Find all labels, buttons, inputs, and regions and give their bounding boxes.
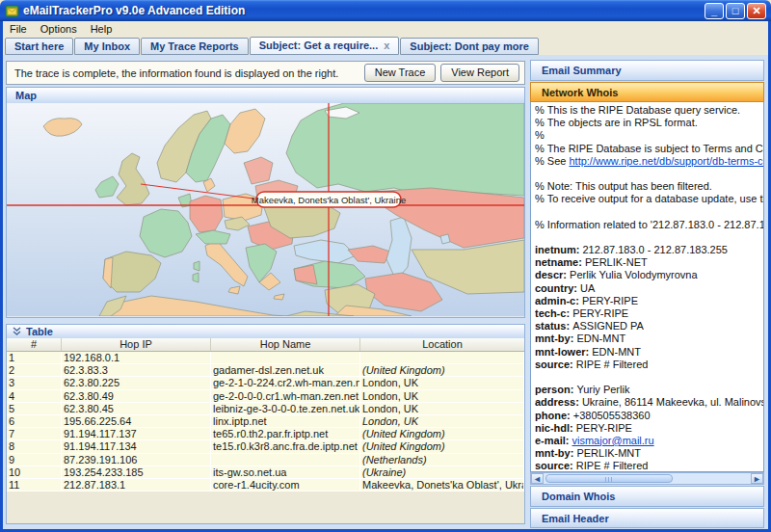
column-header-hop-name[interactable]: Hop Name bbox=[211, 338, 360, 351]
column-header-location[interactable]: Location bbox=[360, 338, 524, 351]
menu-item-help[interactable]: Help bbox=[84, 22, 120, 36]
scroll-thumb[interactable] bbox=[545, 474, 673, 483]
table-cell: 11 bbox=[7, 479, 62, 491]
trace-status-text: The trace is complete, the information f… bbox=[7, 67, 364, 79]
table-row[interactable]: 562.3.80.45leibniz-ge-3-0-0-0.te.zen.net… bbox=[7, 403, 524, 415]
whois-line: mnt-by: EDN-MNT bbox=[535, 332, 763, 345]
whois-line: admin-c: PERY-RIPE bbox=[535, 295, 763, 307]
table-cell: Makeevka, Donets'ka Oblast', Ukraine bbox=[360, 479, 524, 491]
whois-line: nic-hdl: PERY-RIPE bbox=[535, 422, 763, 435]
whois-line: mnt-by: PERLIK-MNT bbox=[535, 447, 763, 460]
table-row[interactable]: 1192.168.0.1 bbox=[7, 352, 524, 364]
tab-2[interactable]: My Trace Reports bbox=[141, 38, 249, 55]
table-row[interactable]: 11212.87.183.1core-r1.4ucity.comMakeevka… bbox=[7, 479, 524, 492]
scroll-left-arrow[interactable]: ◄ bbox=[531, 473, 544, 484]
menu-bar: FileOptionsHelp bbox=[3, 21, 768, 36]
table-cell: London, UK bbox=[360, 403, 524, 414]
section-label: Email Header bbox=[542, 513, 609, 524]
scroll-right-arrow[interactable]: ► bbox=[751, 473, 763, 484]
section-email-summary[interactable]: Email Summary bbox=[530, 60, 764, 81]
table-cell: (United Kingdom) bbox=[360, 364, 524, 376]
section-email-header[interactable]: Email Header bbox=[530, 508, 764, 528]
tab-4[interactable]: Subject: Dont pay more bbox=[400, 38, 538, 55]
hop-table-header-row: # Hop IP Hop Name Location bbox=[7, 338, 524, 352]
minimize-button[interactable]: _ bbox=[705, 3, 724, 19]
tab-close-icon[interactable]: x bbox=[384, 40, 389, 51]
whois-line: netname: PERLIK-NET bbox=[535, 256, 763, 269]
whois-line: % To receive output for a database updat… bbox=[535, 193, 763, 205]
table-cell: 2 bbox=[7, 364, 62, 376]
table-cell: 1 bbox=[7, 352, 62, 363]
table-cell: 192.168.0.1 bbox=[62, 352, 211, 363]
new-trace-button[interactable]: New Trace bbox=[364, 64, 437, 82]
tab-3[interactable]: Subject: Get a require...x bbox=[250, 37, 400, 55]
section-network-whois[interactable]: Network Whois bbox=[530, 82, 764, 102]
table-cell: core-r1.4ucity.com bbox=[211, 479, 360, 491]
column-header-num[interactable]: # bbox=[7, 338, 62, 351]
menu-item-file[interactable]: File bbox=[3, 22, 34, 36]
close-button[interactable]: ✕ bbox=[747, 3, 766, 19]
tab-label: My Inbox bbox=[84, 40, 130, 52]
table-cell: 7 bbox=[7, 428, 62, 439]
whois-line: % bbox=[535, 129, 763, 142]
table-cell: London, UK bbox=[360, 390, 524, 402]
section-domain-whois[interactable]: Domain Whois bbox=[530, 486, 764, 507]
column-header-hop-ip[interactable]: Hop IP bbox=[62, 338, 211, 351]
menu-item-options[interactable]: Options bbox=[34, 22, 84, 36]
table-row[interactable]: 987.239.191.106(Netherlands) bbox=[7, 454, 524, 466]
table-cell: 62.3.80.225 bbox=[62, 377, 211, 388]
whois-line: e-mail: vismajor@mail.ru bbox=[535, 435, 763, 447]
whois-line: mnt-lower: EDN-MNT bbox=[535, 346, 763, 359]
collapse-chevron-icon bbox=[13, 327, 21, 336]
map-tooltip: Makeevka, Donets'ka Oblast', Ukraine bbox=[252, 192, 406, 207]
table-cell: 87.239.191.106 bbox=[62, 454, 211, 466]
whois-line bbox=[535, 371, 763, 384]
table-panel-header[interactable]: Table bbox=[6, 324, 525, 339]
whois-link[interactable]: http://www.ripe.net/db/support/db-terms-… bbox=[569, 155, 763, 167]
maximize-button[interactable]: □ bbox=[726, 3, 745, 19]
tab-1[interactable]: My Inbox bbox=[74, 38, 140, 55]
map-panel-header[interactable]: Map bbox=[6, 87, 525, 104]
table-cell bbox=[211, 454, 360, 466]
tab-bar: Start hereMy InboxMy Trace ReportsSubjec… bbox=[3, 36, 768, 55]
table-cell: ge-2-0-0-0.cr1.wh-man.zen.net.uk bbox=[211, 390, 360, 402]
hop-table-body: 1192.168.0.1262.3.83.3gadamer-dsl.zen.ne… bbox=[7, 352, 524, 492]
whois-line: source: RIPE # Filtered bbox=[535, 359, 763, 371]
whois-line: phone: +380505538360 bbox=[535, 410, 763, 422]
table-row[interactable]: 362.3.80.225ge-2-1-0-224.cr2.wh-man.zen.… bbox=[7, 377, 524, 389]
table-cell: 91.194.117.134 bbox=[62, 440, 211, 452]
table-cell: leibniz-ge-3-0-0-0.te.zen.net.uk bbox=[211, 403, 360, 414]
table-row[interactable]: 10193.254.233.185its-gw.so.net.ua(Ukrain… bbox=[7, 466, 524, 479]
whois-line bbox=[535, 231, 763, 244]
whois-line: status: ASSIGNED PA bbox=[535, 320, 763, 332]
whois-line: inetnum: 212.87.183.0 - 212.87.183.255 bbox=[535, 244, 763, 256]
whois-link[interactable]: vismajor@mail.ru bbox=[572, 435, 654, 446]
whois-line bbox=[535, 168, 763, 180]
hop-table: # Hop IP Hop Name Location 1192.168.0.12… bbox=[6, 338, 525, 524]
table-cell: 3 bbox=[7, 377, 62, 388]
table-cell: te15.r0.k3r8.anc.fra.de.iptp.net bbox=[211, 440, 360, 452]
table-row[interactable]: 791.194.117.137te65.r0.th2.par.fr.iptp.n… bbox=[7, 428, 524, 440]
table-row[interactable]: 891.194.117.134te15.r0.k3r8.anc.fra.de.i… bbox=[7, 440, 524, 453]
trace-status-bar: The trace is complete, the information f… bbox=[6, 61, 525, 85]
map-view[interactable]: Makeevka, Donets'ka Oblast', Ukraine bbox=[6, 103, 525, 318]
table-row[interactable]: 462.3.80.49ge-2-0-0-0.cr1.wh-man.zen.net… bbox=[7, 390, 524, 403]
table-cell: 8 bbox=[7, 440, 62, 452]
whois-line: country: UA bbox=[535, 282, 763, 295]
whois-line: descr: Perlik Yulia Volodymyrovna bbox=[535, 269, 763, 281]
table-cell: ge-2-1-0-224.cr2.wh-man.zen.net.uk bbox=[211, 377, 360, 388]
table-row[interactable]: 6195.66.225.64linx.iptp.netLondon, UK bbox=[7, 415, 524, 428]
table-cell: 9 bbox=[7, 454, 62, 466]
whois-line: tech-c: PERY-RIPE bbox=[535, 307, 763, 320]
table-cell: London, UK bbox=[360, 415, 524, 427]
table-cell: 6 bbox=[7, 415, 62, 427]
app-icon bbox=[5, 4, 19, 18]
whois-line: source: RIPE # Filtered bbox=[535, 460, 763, 472]
table-row[interactable]: 262.3.83.3gadamer-dsl.zen.net.uk(United … bbox=[7, 364, 524, 377]
table-cell: (Netherlands) bbox=[360, 454, 524, 466]
table-cell: 91.194.117.137 bbox=[62, 428, 211, 439]
view-report-button[interactable]: View Report bbox=[440, 64, 519, 82]
table-cell: London, UK bbox=[360, 377, 524, 388]
table-cell: 195.66.225.64 bbox=[62, 415, 211, 427]
tab-0[interactable]: Start here bbox=[5, 38, 73, 55]
